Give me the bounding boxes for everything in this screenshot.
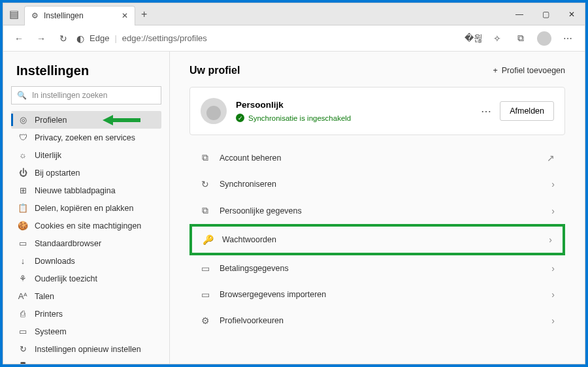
setting-row-browsergegevens-importeren[interactable]: ▭Browsergegevens importeren› xyxy=(189,281,565,308)
profile-more-button[interactable]: ⋯ xyxy=(481,105,492,118)
sidebar-item-systeem[interactable]: ▭Systeem xyxy=(11,323,161,340)
sync-status-label: Synchronisatie is ingeschakeld xyxy=(248,114,351,122)
brand-label: Edge xyxy=(90,33,109,43)
sidebar-item-icon: ⏻ xyxy=(18,168,28,178)
setting-row-betalingsgegevens[interactable]: ▭Betalingsgegevens› xyxy=(189,255,565,281)
sidebar-item-icon: 🛡 xyxy=(18,133,28,142)
favorites-icon[interactable]: ✧ xyxy=(487,28,508,49)
settings-search-input[interactable]: 🔍 In instellingen zoeken xyxy=(11,86,161,104)
settings-main: Uw profiel + Profiel toevoegen Persoonli… xyxy=(170,52,585,364)
sidebar-item-label: Bij opstarten xyxy=(35,168,80,178)
tab-title: Instellingen xyxy=(44,11,84,20)
chevron-right-icon: › xyxy=(551,179,555,189)
url-divider: | xyxy=(114,33,116,43)
sidebar-item-talen[interactable]: AᴬTalen xyxy=(11,287,161,305)
row-label: Betalingsgegevens xyxy=(220,264,542,273)
refresh-button[interactable]: ↻ xyxy=(54,29,73,48)
close-tab-icon[interactable]: ✕ xyxy=(122,11,128,20)
new-tab-button[interactable]: + xyxy=(135,5,154,24)
sidebar-item-icon: 📋 xyxy=(18,203,28,213)
sidebar-item-ouderlijk-toezicht[interactable]: ⚘Ouderlijk toezicht xyxy=(11,270,161,287)
svg-marker-1 xyxy=(103,115,113,125)
row-icon: ⚙ xyxy=(200,315,210,326)
content-area: Instellingen 🔍 In instellingen zoeken ◎P… xyxy=(3,52,585,364)
sidebar-item-uiterlijk[interactable]: ☼Uiterlijk xyxy=(11,146,161,164)
sidebar-item-printers[interactable]: ⎙Printers xyxy=(11,305,161,323)
setting-row-profielvoorkeuren[interactable]: ⚙Profielvoorkeuren› xyxy=(189,308,565,334)
sidebar-item-nieuwe-tabbladpagina[interactable]: ⊞Nieuwe tabbladpagina xyxy=(11,182,161,199)
setting-row-synchroniseren[interactable]: ↻Synchroniseren› xyxy=(189,171,565,197)
titlebar: ▤ ⚙ Instellingen ✕ + — ▢ ✕ xyxy=(3,3,585,25)
add-profile-button[interactable]: + Profiel toevoegen xyxy=(493,66,565,75)
row-label: Persoonlijke gegevens xyxy=(220,206,542,215)
row-icon: ⧉ xyxy=(200,205,210,216)
sidebar-item-icon: ↓ xyxy=(18,256,28,266)
sidebar-item-label: Uiterlijk xyxy=(35,151,61,160)
sidebar-item-privacy-zoeken-en-services[interactable]: 🛡Privacy, zoeken en services xyxy=(11,129,161,146)
chevron-right-icon: › xyxy=(551,315,555,326)
row-icon: ▭ xyxy=(200,289,210,300)
sidebar-item-label: Instellingen opnieuw instellen xyxy=(35,345,141,354)
sidebar-item-icon: ◎ xyxy=(18,115,28,125)
url-text: edge://settings/profiles xyxy=(122,33,207,43)
sidebar-item-label: Systeem xyxy=(35,327,67,336)
sidebar-item-telefoon-en-andere-apparaten[interactable]: 📱Telefoon en andere apparaten xyxy=(11,358,161,364)
sidebar-item-icon: Aᴬ xyxy=(18,291,28,301)
sidebar-item-icon: ↻ xyxy=(18,344,28,354)
row-label: Synchroniseren xyxy=(220,180,542,189)
window-controls: — ▢ ✕ xyxy=(506,3,585,25)
sidebar-item-label: Telefoon en andere apparaten xyxy=(35,362,144,364)
sidebar-item-icon: 📱 xyxy=(18,362,28,364)
sidebar-item-label: Nieuwe tabbladpagina xyxy=(35,186,116,195)
row-icon: ↻ xyxy=(200,179,210,189)
add-profile-label: Profiel toevoegen xyxy=(502,66,565,75)
row-icon: ▭ xyxy=(200,263,210,274)
back-button[interactable]: ← xyxy=(10,29,28,48)
setting-row-wachtwoorden[interactable]: 🔑Wachtwoorden› xyxy=(189,224,565,255)
sidebar-item-label: Talen xyxy=(35,292,54,301)
browser-tab[interactable]: ⚙ Instellingen ✕ xyxy=(24,6,135,25)
address-bar[interactable]: ◐ Edge | edge://settings/profiles xyxy=(76,33,459,44)
read-aloud-icon[interactable]: �윊 xyxy=(463,28,484,49)
chevron-right-icon: › xyxy=(551,289,555,300)
row-label: Profielvoorkeuren xyxy=(220,316,542,325)
sidebar-item-label: Standaardbrowser xyxy=(35,239,101,248)
sidebar-item-downloads[interactable]: ↓Downloads xyxy=(11,252,161,270)
app-icon: ▤ xyxy=(3,8,24,20)
sidebar-item-icon: ⎙ xyxy=(18,309,28,319)
sidebar-item-icon: ▭ xyxy=(18,238,28,248)
row-icon: 🔑 xyxy=(203,234,213,245)
sidebar-item-icon: ⊞ xyxy=(18,185,28,195)
maximize-button[interactable]: ▢ xyxy=(532,3,559,25)
profile-name: Persoonlijk xyxy=(236,100,472,110)
close-window-button[interactable]: ✕ xyxy=(559,3,585,25)
minimize-button[interactable]: — xyxy=(506,3,532,25)
check-icon: ✓ xyxy=(236,114,244,122)
more-menu-icon[interactable]: ⋯ xyxy=(557,28,578,49)
row-label: Wachtwoorden xyxy=(222,235,540,244)
sidebar-item-profielen[interactable]: ◎Profielen xyxy=(11,111,161,129)
sidebar-item-bij-opstarten[interactable]: ⏻Bij opstarten xyxy=(11,164,161,182)
browser-window: ▤ ⚙ Instellingen ✕ + — ▢ ✕ ← → ↻ ◐ Edge … xyxy=(3,3,585,364)
signout-button[interactable]: Afmelden xyxy=(500,101,554,121)
sidebar-item-label: Printers xyxy=(35,310,63,319)
page-title: Uw profiel xyxy=(189,65,240,76)
profile-avatar-icon[interactable] xyxy=(534,28,555,49)
sidebar-item-cookies-en-site-machtigingen[interactable]: 🍪Cookies en site machtigingen xyxy=(11,217,161,234)
sidebar-item-standaardbrowser[interactable]: ▭Standaardbrowser xyxy=(11,234,161,252)
sidebar-item-instellingen-opnieuw-instellen[interactable]: ↻Instellingen opnieuw instellen xyxy=(11,340,161,358)
gear-icon: ⚙ xyxy=(31,11,39,20)
chevron-right-icon: › xyxy=(551,263,555,274)
sidebar-item-icon: 🍪 xyxy=(18,221,28,231)
setting-row-persoonlijke-gegevens[interactable]: ⧉Persoonlijke gegevens› xyxy=(189,197,565,224)
sidebar-item-label: Profielen xyxy=(35,116,67,125)
sidebar-item-delen-kopi-ren-en-plakken[interactable]: 📋Delen, kopiëren en plakken xyxy=(11,199,161,217)
edge-logo-icon: ◐ xyxy=(76,33,84,44)
sync-status: ✓ Synchronisatie is ingeschakeld xyxy=(236,114,472,122)
sidebar-item-icon: ⚘ xyxy=(18,274,28,283)
forward-button[interactable]: → xyxy=(32,29,50,48)
setting-row-account-beheren[interactable]: ⧉Account beheren↗ xyxy=(189,144,565,171)
collections-icon[interactable]: ⧉ xyxy=(510,28,531,49)
sidebar-item-label: Ouderlijk toezicht xyxy=(35,274,97,283)
toolbar: ← → ↻ ◐ Edge | edge://settings/profiles … xyxy=(3,25,585,52)
